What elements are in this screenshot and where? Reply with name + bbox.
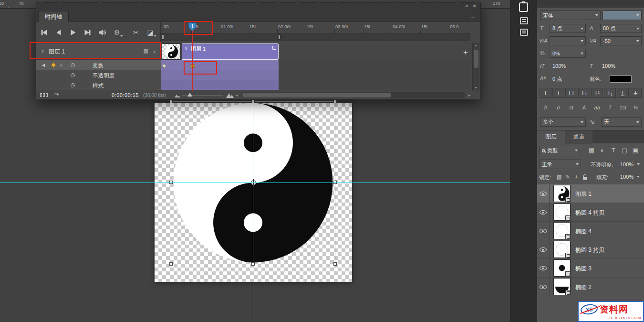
tracking-select[interactable]: -50 bbox=[600, 36, 642, 45]
property-row-style[interactable]: ◷样式 bbox=[36, 80, 161, 90]
transform-handle-top-right[interactable] bbox=[333, 100, 337, 103]
language-select[interactable]: 多个 bbox=[540, 118, 586, 127]
eye-icon[interactable] bbox=[540, 247, 547, 252]
text-style-button-ul[interactable]: T bbox=[617, 88, 629, 98]
timeline-vertical-scrollbar[interactable]: ▲ ▼ bbox=[472, 43, 479, 90]
transform-handle-top-left[interactable] bbox=[169, 100, 173, 103]
kerning-select[interactable] bbox=[550, 36, 586, 45]
layer-filter-select[interactable]: 类型 bbox=[539, 146, 580, 155]
text-style-button-sub[interactable]: T₁ bbox=[604, 88, 616, 98]
stopwatch-icon[interactable]: ◷ bbox=[71, 82, 75, 88]
text-style-button-sup[interactable]: T¹ bbox=[591, 88, 603, 98]
layer-thumbnail[interactable] bbox=[553, 278, 571, 295]
layer-thumbnail[interactable] bbox=[553, 241, 571, 258]
clip-collapse-chevron[interactable]: ∨ bbox=[185, 46, 188, 51]
text-style-button-strike[interactable]: T bbox=[630, 88, 642, 98]
shortcut-arrow-icon[interactable]: ↷ bbox=[54, 91, 59, 98]
settings-dropdown-arrow[interactable] bbox=[120, 35, 123, 37]
eye-icon[interactable] bbox=[540, 210, 547, 215]
layer-thumbnail[interactable] bbox=[553, 222, 571, 239]
next-keyframe-arrow[interactable]: ▶ bbox=[60, 63, 63, 67]
horizontal-guide[interactable] bbox=[0, 182, 510, 183]
horizontal-scale-field[interactable]: 100% bbox=[602, 63, 615, 69]
font-size-select[interactable]: 8 点 bbox=[550, 24, 586, 33]
visibility-gutter[interactable] bbox=[537, 184, 550, 203]
mute-audio-button[interactable] bbox=[97, 28, 108, 37]
tab-layers[interactable]: 图层 bbox=[537, 130, 565, 144]
opentype-button-stylistic-alt[interactable]: aa bbox=[591, 103, 603, 112]
work-area-end-handle[interactable] bbox=[278, 34, 280, 40]
text-style-button-caps[interactable]: TT bbox=[565, 88, 577, 98]
vertical-scale-field[interactable]: 100% bbox=[552, 63, 566, 69]
property-track-clip-region[interactable] bbox=[161, 60, 279, 70]
properties-panel-icon[interactable] bbox=[520, 17, 528, 24]
opentype-button-fractions[interactable]: ½ bbox=[630, 103, 642, 112]
layer-row[interactable]: 图层 1 bbox=[537, 184, 644, 203]
play-button[interactable] bbox=[68, 28, 78, 37]
filter-adjustment-layers-icon[interactable]: ◐ bbox=[598, 146, 607, 155]
layer-row[interactable]: 椭圆 3 拷贝 bbox=[537, 240, 644, 259]
transform-handle-bottom-left[interactable] bbox=[169, 262, 173, 266]
opentype-button-titling[interactable]: st bbox=[565, 103, 577, 112]
blend-mode-select[interactable]: 正常 bbox=[539, 160, 581, 169]
work-area-start-handle[interactable] bbox=[162, 34, 164, 40]
transition-dropdown-arrow[interactable] bbox=[154, 35, 156, 37]
transform-handle-bottom-right[interactable] bbox=[333, 262, 337, 266]
add-media-button[interactable]: + bbox=[463, 48, 468, 57]
split-at-playhead-button[interactable]: ✂ bbox=[131, 28, 141, 37]
layer-thumbnail[interactable] bbox=[553, 204, 571, 221]
scroll-right-arrow[interactable]: ▸ bbox=[468, 93, 470, 97]
property-row-transform[interactable]: ◀▶◷变换 bbox=[36, 60, 161, 70]
visibility-gutter[interactable] bbox=[537, 222, 550, 240]
stopwatch-icon[interactable]: ◷ bbox=[71, 72, 75, 78]
lock-all-icon[interactable] bbox=[581, 173, 589, 181]
scroll-left-arrow[interactable]: ◂ bbox=[236, 93, 238, 97]
lock-transparent-pixels-icon[interactable]: ▨ bbox=[555, 173, 563, 181]
lock-position-icon[interactable]: + bbox=[572, 173, 580, 181]
timeline-titlebar[interactable]: « ✕ bbox=[36, 3, 480, 11]
previous-keyframe-arrow[interactable]: ◀ bbox=[42, 63, 45, 67]
timeline-horizontal-scrollbar[interactable] bbox=[241, 92, 466, 98]
visibility-gutter[interactable] bbox=[537, 240, 550, 259]
opentype-button-titling-alt[interactable]: T bbox=[604, 103, 616, 112]
vertical-scroll-thumb[interactable] bbox=[474, 50, 478, 68]
eye-icon[interactable] bbox=[540, 285, 547, 289]
layer-row[interactable]: 椭圆 3 bbox=[537, 259, 644, 278]
close-panel-icon[interactable]: ✕ bbox=[473, 3, 477, 9]
proportional-spacing-select[interactable]: 0% bbox=[550, 49, 586, 58]
go-to-first-frame-button[interactable] bbox=[39, 28, 50, 37]
horizontal-scroll-thumb[interactable] bbox=[242, 93, 391, 97]
text-style-button-i[interactable]: T bbox=[552, 88, 564, 98]
property-track-clip-region[interactable] bbox=[161, 70, 279, 80]
font-family-select[interactable]: 宋体 bbox=[540, 11, 601, 20]
add-keyframe-diamond[interactable] bbox=[51, 62, 56, 67]
panel-menu-icon[interactable]: ≡ bbox=[471, 12, 475, 20]
fill-select[interactable]: 100% bbox=[617, 172, 642, 182]
tab-timeline[interactable]: 时间轴 bbox=[38, 11, 69, 22]
text-style-button-b[interactable]: T bbox=[540, 88, 551, 98]
property-track-clip-region[interactable] bbox=[161, 80, 279, 90]
info-panel-icon[interactable] bbox=[520, 29, 528, 36]
opentype-button-alternates[interactable]: σ bbox=[552, 103, 564, 112]
frame-animation-icon[interactable] bbox=[40, 93, 48, 97]
zoom-out-icon[interactable] bbox=[175, 94, 180, 97]
timeline-clip[interactable]: ∨ 图层 1 bbox=[182, 43, 279, 60]
opacity-select[interactable]: 100% bbox=[617, 160, 642, 169]
visibility-gutter[interactable] bbox=[537, 203, 550, 222]
opentype-button-ligatures[interactable]: fi bbox=[540, 103, 551, 112]
antialias-select[interactable]: 无 bbox=[601, 118, 642, 127]
visibility-gutter[interactable] bbox=[537, 259, 550, 278]
filter-type-layers-icon[interactable]: T bbox=[609, 146, 618, 155]
opentype-button-swash[interactable]: A bbox=[578, 103, 590, 112]
leading-select[interactable]: 80 点 bbox=[600, 24, 642, 33]
font-style-select[interactable] bbox=[602, 11, 642, 20]
eye-icon[interactable] bbox=[540, 229, 547, 233]
clipboard-panel-icon[interactable] bbox=[519, 2, 528, 12]
filter-shape-layers-icon[interactable]: ▢ bbox=[620, 146, 629, 155]
layer-row[interactable]: 椭圆 2 bbox=[537, 278, 644, 296]
layer-row[interactable]: 椭圆 4 拷贝 bbox=[537, 203, 644, 222]
lock-image-pixels-icon[interactable]: ✎ bbox=[564, 173, 571, 181]
zoom-slider-thumb[interactable] bbox=[187, 93, 192, 97]
layer-thumbnail[interactable] bbox=[553, 259, 571, 277]
vertical-guide[interactable] bbox=[253, 99, 253, 322]
